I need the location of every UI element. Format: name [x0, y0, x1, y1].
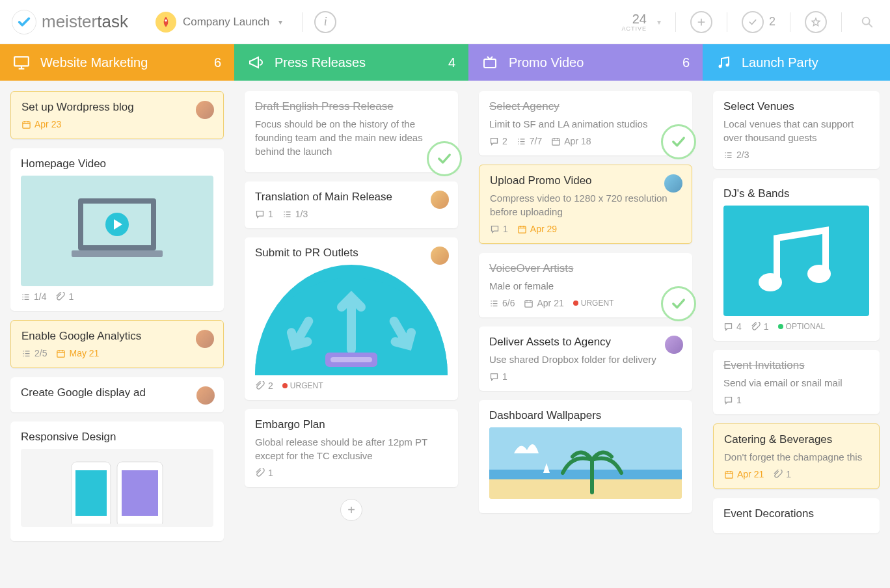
add-card-button[interactable]: +	[340, 499, 362, 521]
checklist-count: 2/3	[723, 150, 749, 160]
chevron-down-icon: ▾	[278, 18, 282, 27]
column-body: Select AgencyLimit to SF and LA animatio…	[468, 81, 703, 524]
due-date: Apr 23	[21, 119, 61, 129]
star-button[interactable]	[805, 11, 827, 33]
check-icon	[742, 11, 764, 33]
svg-rect-17	[519, 226, 526, 233]
svg-rect-26	[725, 472, 733, 478]
task-card[interactable]: Dashboard Wallpapers	[479, 400, 692, 513]
column-header[interactable]: Website Marketing6	[0, 44, 234, 81]
column-header[interactable]: Launch Party	[703, 44, 890, 81]
card-title: VoiceOver Artists	[489, 262, 682, 275]
assignee-avatar[interactable]	[196, 330, 214, 348]
monitor-icon	[13, 55, 30, 70]
column-body: Draft English Press ReleaseFocus should …	[234, 81, 468, 534]
task-card[interactable]: Upload Promo VideoCompress video to 1280…	[479, 165, 692, 244]
kanban-board: Website Marketing6Set up Wordpress blog …	[0, 44, 890, 588]
task-card[interactable]: Homepage Video 1/4 1	[10, 148, 224, 311]
logo[interactable]: meistertask	[12, 10, 128, 34]
task-card[interactable]: Select VenuesLocal venues that can suppo…	[713, 91, 880, 169]
due-date: May 21	[56, 348, 99, 358]
task-card[interactable]: Submit to PR Outlets 2URGENT	[245, 237, 458, 400]
comments-count: 1	[489, 371, 507, 382]
task-card[interactable]: VoiceOver ArtistsMale or female 6/6 Apr …	[479, 253, 692, 317]
attachments-count: 1	[751, 321, 769, 332]
completed-check-icon	[427, 141, 462, 176]
card-description: Global release should be after 12pm PT e…	[255, 435, 448, 462]
checklist-count: 7/7	[517, 136, 542, 146]
column-launch-party: Launch PartySelect VenuesLocal venues th…	[703, 44, 890, 588]
column-count: 4	[448, 55, 455, 70]
comments-count: 1	[255, 209, 273, 219]
completed-count[interactable]: 2	[742, 11, 775, 33]
task-card[interactable]: Event Decorations	[713, 498, 880, 533]
card-title: Select Agency	[489, 100, 682, 113]
megaphone-icon	[247, 55, 264, 70]
task-card[interactable]: Enable Google Analytics 2/5 May 21	[10, 320, 224, 368]
svg-rect-16	[552, 139, 560, 145]
urgent-badge: URGENT	[573, 299, 614, 308]
svg-point-22	[719, 65, 722, 68]
card-title: Draft English Press Release	[255, 100, 448, 113]
assignee-avatar[interactable]	[196, 101, 214, 119]
assignee-avatar[interactable]	[665, 336, 683, 354]
project-name: Company Launch	[183, 16, 269, 29]
search-button[interactable]	[856, 11, 878, 33]
column-title: Press Releases	[275, 55, 366, 70]
column-header[interactable]: Press Releases4	[234, 44, 468, 81]
card-description: Don't forget the champagne this	[724, 450, 869, 464]
task-card[interactable]: Select AgencyLimit to SF and LA animatio…	[479, 91, 692, 155]
comments-count: 2	[489, 136, 507, 146]
svg-rect-3	[23, 122, 30, 128]
column-count: 6	[214, 55, 221, 70]
task-card[interactable]: Create Google display ad	[10, 377, 224, 412]
assignee-avatar[interactable]	[431, 191, 449, 209]
column-title: Launch Party	[742, 55, 818, 70]
task-card[interactable]: Event InvitationsSend via email or snail…	[713, 350, 880, 414]
column-website-marketing: Website Marketing6Set up Wordpress blog …	[0, 44, 234, 588]
column-press-releases: Press Releases4Draft English Press Relea…	[234, 44, 468, 588]
task-card[interactable]: Translation of Main Release 1 1/3	[245, 181, 458, 228]
divider	[790, 12, 790, 32]
completed-check-icon	[661, 124, 696, 159]
card-title: Event Invitations	[723, 359, 869, 372]
task-card[interactable]: Draft English Press ReleaseFocus should …	[245, 91, 458, 172]
svg-rect-2	[14, 57, 29, 66]
task-card[interactable]: Deliver Assets to AgencyUse shared Dropb…	[479, 327, 692, 391]
task-card[interactable]: Set up Wordpress blog Apr 23	[10, 91, 224, 139]
urgent-badge: URGENT	[282, 381, 323, 390]
rocket-icon	[155, 12, 176, 33]
task-card[interactable]: Catering & BeveragesDon't forget the cha…	[713, 423, 880, 489]
column-promo-video: Promo Video6Select AgencyLimit to SF and…	[468, 44, 703, 588]
card-title: Translation of Main Release	[255, 191, 448, 204]
add-button[interactable]	[690, 11, 712, 33]
svg-rect-18	[525, 301, 532, 307]
task-card[interactable]: Embargo PlanGlobal release should be aft…	[245, 409, 458, 487]
comments-count: 1	[490, 224, 508, 234]
due-date: Apr 21	[724, 469, 764, 479]
assignee-avatar[interactable]	[664, 174, 682, 193]
svg-rect-14	[330, 357, 372, 362]
optional-badge: OPTIONAL	[778, 322, 826, 331]
card-title: Set up Wordpress blog	[21, 101, 213, 114]
assignee-avatar[interactable]	[431, 247, 449, 265]
info-button[interactable]: i	[314, 11, 336, 33]
divider	[302, 12, 303, 32]
column-title: Promo Video	[509, 55, 584, 70]
card-title: Catering & Beverages	[724, 433, 869, 446]
column-header[interactable]: Promo Video6	[468, 44, 703, 81]
divider	[675, 12, 676, 32]
project-selector[interactable]: Company Launch ▾	[148, 8, 290, 36]
task-card[interactable]: Responsive Design	[10, 421, 224, 541]
task-card[interactable]: DJ's & Bands 4 1OPTIONAL	[713, 178, 880, 341]
svg-rect-12	[122, 470, 158, 516]
card-title: Embargo Plan	[255, 418, 448, 431]
active-tasks-indicator[interactable]: 24 ACTIVE	[621, 12, 647, 32]
card-title: DJ's & Bands	[723, 187, 869, 200]
svg-point-24	[759, 273, 782, 291]
svg-point-1	[863, 17, 870, 24]
attachments-count: 1	[773, 469, 791, 479]
checklist-count: 1/3	[282, 209, 308, 219]
tv-icon	[481, 55, 498, 70]
assignee-avatar[interactable]	[196, 386, 215, 405]
